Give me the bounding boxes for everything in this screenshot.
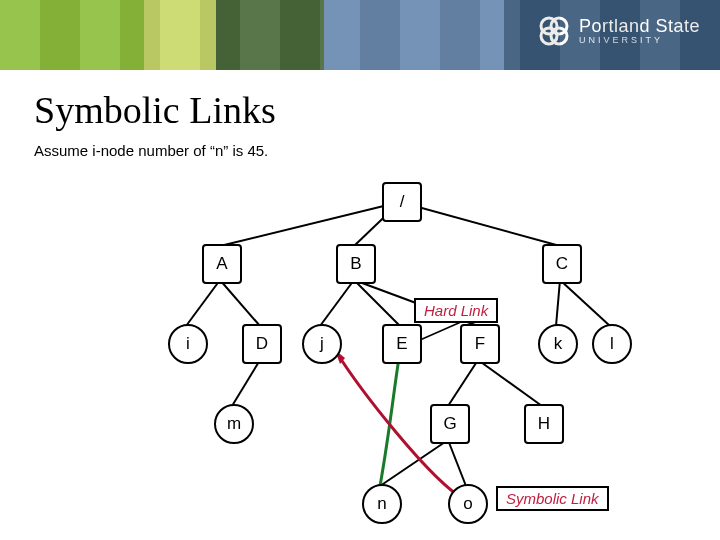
hard-link-label: Hard Link bbox=[414, 298, 498, 323]
node-j: j bbox=[302, 324, 342, 364]
node-k: k bbox=[538, 324, 578, 364]
node-o: o bbox=[448, 484, 488, 524]
svg-line-16 bbox=[478, 360, 542, 406]
svg-point-3 bbox=[551, 28, 567, 44]
slide-title: Symbolic Links bbox=[34, 88, 720, 132]
svg-line-13 bbox=[560, 280, 610, 326]
svg-line-4 bbox=[220, 202, 400, 246]
slide-subtitle: Assume i-node number of “n” is 45. bbox=[34, 142, 720, 159]
node-m: m bbox=[214, 404, 254, 444]
svg-line-9 bbox=[320, 280, 354, 326]
node-C: C bbox=[542, 244, 582, 284]
node-E: E bbox=[382, 324, 422, 364]
node-D: D bbox=[242, 324, 282, 364]
header-banner: Portland State UNIVERSITY bbox=[0, 0, 720, 70]
svg-line-15 bbox=[448, 360, 478, 406]
svg-line-18 bbox=[448, 440, 466, 486]
svg-line-7 bbox=[186, 280, 220, 326]
node-i: i bbox=[168, 324, 208, 364]
node-n: n bbox=[362, 484, 402, 524]
node-A: A bbox=[202, 244, 242, 284]
node-B: B bbox=[336, 244, 376, 284]
interlock-icon bbox=[537, 14, 571, 48]
svg-line-14 bbox=[232, 360, 260, 406]
tree-diagram: / A B C i D j E F k l m G H n o Hard Lin… bbox=[0, 180, 720, 540]
svg-line-12 bbox=[556, 280, 560, 326]
node-H: H bbox=[524, 404, 564, 444]
svg-point-1 bbox=[551, 18, 567, 34]
symbolic-link-label: Symbolic Link bbox=[496, 486, 609, 511]
node-F: F bbox=[460, 324, 500, 364]
node-l: l bbox=[592, 324, 632, 364]
svg-point-2 bbox=[541, 28, 557, 44]
svg-line-10 bbox=[354, 280, 400, 326]
svg-line-6 bbox=[400, 202, 560, 246]
brand-logo: Portland State UNIVERSITY bbox=[537, 14, 700, 48]
brand-sub: UNIVERSITY bbox=[579, 36, 700, 45]
node-G: G bbox=[430, 404, 470, 444]
brand-name: Portland State bbox=[579, 17, 700, 36]
node-root: / bbox=[382, 182, 422, 222]
svg-point-0 bbox=[541, 18, 557, 34]
svg-line-8 bbox=[220, 280, 260, 326]
brand-text: Portland State UNIVERSITY bbox=[579, 17, 700, 45]
